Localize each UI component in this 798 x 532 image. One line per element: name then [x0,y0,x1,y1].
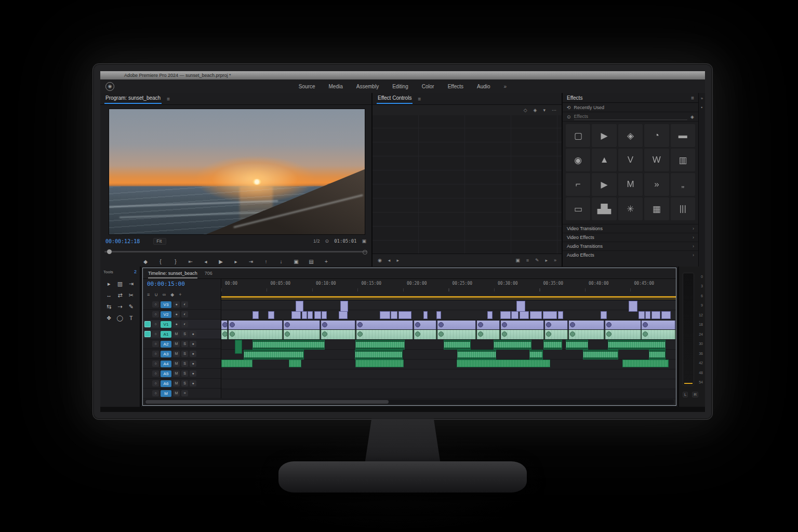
preset-ffwd-icon[interactable]: » [644,173,669,196]
source-patch-a5[interactable] [144,370,151,377]
zoom-tool[interactable]: ◯ [117,315,123,322]
track-name-v2[interactable]: V2 [161,311,171,318]
play-icon[interactable]: ▶ [218,259,224,264]
audio-clip[interactable] [252,340,325,350]
video-clip[interactable] [221,321,228,329]
step-back-icon[interactable]: ◂ [203,259,209,264]
track-lock-icon[interactable]: ○ [152,301,159,308]
effects-bin-audio-effects[interactable]: Audio Effects› [563,250,698,259]
effect-controls-tab[interactable]: Effect Controls [377,94,413,104]
audio-clip[interactable] [235,340,242,354]
marker-icon[interactable]: ◆ [170,292,174,297]
timeline-settings-icon[interactable]: ≡ [147,292,150,297]
track-lock-icon[interactable]: ○ [152,341,159,347]
snap-icon[interactable]: ∪ [154,292,158,297]
video-clip[interactable] [601,311,607,319]
track-output-icon[interactable]: ● [173,321,180,327]
workspace-tab-source[interactable]: Source [299,84,315,89]
mark-in-icon[interactable]: { [157,259,164,264]
source-patch-a3[interactable] [144,351,151,357]
go-to-out-icon[interactable]: ⇥ [248,259,254,264]
source-patch-a1[interactable] [144,331,151,337]
track-lane-a3[interactable] [221,350,676,360]
record-icon[interactable]: ● [190,331,196,337]
solo-icon[interactable]: S [181,380,188,387]
audio-clip[interactable] [608,340,666,350]
track-name-a1[interactable]: A1 [161,331,171,338]
preset-v-icon[interactable]: V [618,149,643,171]
source-patch-a2[interactable] [144,341,151,347]
keyframe-icon[interactable]: ◈ [534,108,537,113]
more-icon[interactable]: ⋯ [552,108,556,113]
video-clip[interactable] [321,321,356,329]
program-tab[interactable]: Program: sunset_beach [104,94,162,104]
panel-menu-icon[interactable]: ≡ [691,95,694,101]
timeline-timecode[interactable]: 00:00:15:00 [143,279,221,289]
audio-clip[interactable] [355,340,405,350]
effects-bin-video-effects[interactable]: Video Effects› [563,233,698,242]
preset-blob-icon[interactable]: ◉ [566,149,590,171]
track-lane-a5[interactable] [221,369,676,379]
razor-tool[interactable]: ✂ [129,292,134,299]
track-select-tool[interactable]: ▥ [117,281,123,287]
video-clip[interactable] [322,311,327,319]
audio-clip[interactable] [529,350,542,360]
pen-tool[interactable]: ✎ [129,303,134,310]
type-tool[interactable]: T [129,315,133,321]
timeline-tab-timeline-sunset-beach[interactable]: Timeline: sunset_beach [148,271,197,278]
mute-icon[interactable]: M [173,331,180,337]
track-target-icon[interactable]: ◐ [181,311,188,317]
preset-m-icon[interactable]: M [618,173,643,196]
track-output-icon[interactable]: ● [173,311,180,317]
video-clip[interactable] [500,311,510,319]
video-clip[interactable] [558,311,564,319]
rolling-edit-tool[interactable]: ↔ [106,292,112,298]
track-lane-a4[interactable] [221,360,676,369]
workspace-overflow-icon[interactable]: » [504,84,507,89]
record-icon[interactable]: ● [190,370,196,377]
video-clip[interactable] [569,321,605,329]
source-patch-a4[interactable] [144,361,151,367]
preset-rect-icon[interactable]: ▭ [566,197,590,220]
playback-resolution-dropdown[interactable]: 1/2 [313,238,320,244]
audio-clip[interactable] [457,350,496,360]
play-only-audio-icon[interactable]: ◇ [524,108,527,113]
preset-split-icon[interactable]: ▥ [671,149,695,171]
rate-stretch-tool[interactable]: ⇄ [117,292,122,299]
export-frame-icon[interactable]: ▣ [293,259,299,264]
export-icon[interactable]: ▣ [362,238,366,244]
track-lock-icon[interactable]: ○ [152,380,159,387]
mute-icon[interactable]: M [173,370,180,377]
button-editor-icon[interactable]: + [323,259,329,264]
monitor-settings-icon[interactable]: ⊙ [325,238,329,244]
track-lock-icon[interactable]: ○ [152,321,159,327]
audio-clip[interactable] [229,330,283,339]
track-name-m[interactable]: M [161,390,171,397]
track-output-icon[interactable]: ● [173,301,180,308]
audio-clip[interactable] [543,340,563,350]
track-lane-v2[interactable] [221,310,676,320]
track-lane-v3[interactable] [221,300,676,310]
preset-w-icon[interactable]: W [644,149,669,171]
video-clip[interactable] [229,321,283,329]
video-clip[interactable] [605,321,642,329]
audio-clip[interactable] [583,350,618,360]
video-clip[interactable] [651,311,661,319]
video-clip[interactable] [252,311,258,319]
snapshot-icon[interactable]: ▣ [515,258,520,263]
audio-clip[interactable] [289,360,302,367]
audio-clip[interactable] [494,340,531,350]
solo-icon[interactable]: S [181,341,188,347]
go-to-in-icon[interactable]: ⇤ [188,259,194,264]
audio-clip[interactable] [605,330,642,339]
video-clip[interactable] [291,311,301,319]
track-lock-icon[interactable]: ○ [152,311,159,317]
video-clip[interactable] [520,311,529,319]
window-titlebar[interactable]: Adobe Premiere Pro 2024 — sunset_beach.p… [100,71,705,79]
solo-icon[interactable]: S [181,370,188,377]
source-patch-a6[interactable] [144,380,151,387]
selection-tool[interactable]: ▸ [108,281,111,287]
video-clip[interactable] [268,311,274,319]
video-clip[interactable] [437,321,476,329]
video-clip[interactable] [543,311,557,319]
